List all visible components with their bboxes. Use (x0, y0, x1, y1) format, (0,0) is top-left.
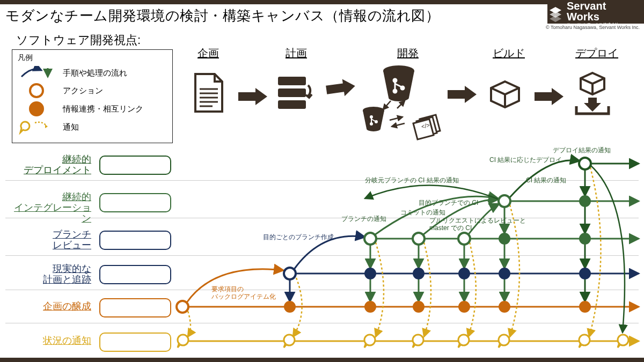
arrow-icon (445, 84, 479, 107)
ann-ci-result-notify: CI 結果の通知 (526, 176, 566, 185)
legend-row-link: 情報連携・相互リンク (18, 101, 167, 116)
backlog-stack-icon (275, 72, 313, 116)
notify-bubble-icon (363, 334, 378, 349)
copyright: © Tomoharu Nagasawa, Servant Works Inc. (546, 25, 640, 30)
ann-branch-per-purpose: 目的ごとのブランチ作成 (263, 233, 334, 242)
track-action-node (283, 267, 297, 280)
notify-bubble-icon (497, 334, 512, 349)
logo-text: Servant Works (567, 1, 639, 22)
branch-link-node (499, 233, 510, 245)
track-link-node (364, 268, 376, 279)
ann-pr-review: プルリクエストによるレビューとmaster での CI (429, 217, 526, 232)
legend-row-action: アクション (18, 83, 167, 98)
legend-link-label: 情報連携・相互リンク (63, 104, 143, 114)
notify-bubble-icon (411, 334, 426, 349)
ideate-link-node (284, 301, 296, 313)
document-icon (189, 70, 226, 117)
sync-arrows-icon (356, 95, 442, 146)
lane-ideate-label: 企画の醸成 (5, 301, 91, 312)
lane-branch-label: ブランチレビュー (5, 230, 91, 251)
branch-action-node (457, 232, 471, 246)
legend-flow-label: 手順や処理の流れ (63, 68, 127, 78)
notify-bubble-icon (457, 334, 472, 349)
lane-cd-input[interactable] (99, 156, 171, 175)
track-link-node (413, 268, 425, 279)
track-link-node (499, 268, 510, 279)
lane-track-label: 現実的な計画と追跡 (5, 264, 91, 285)
link-dot-icon (18, 101, 55, 116)
arrow-icon (324, 77, 357, 101)
legend-row-flow: 手順や処理の流れ (18, 66, 167, 80)
ci-action-node (497, 194, 511, 208)
notify-bubble-icon (616, 334, 631, 349)
ideate-link-node (499, 301, 510, 313)
phase-dev: 開発 (397, 46, 419, 61)
phase-deploy: デプロイ (575, 46, 618, 61)
lane-notify-label: 状況の通知 (5, 336, 91, 346)
branch-link-node (579, 233, 591, 245)
action-circle-icon (18, 83, 55, 98)
svg-line-21 (397, 101, 405, 108)
logo-icon (547, 6, 564, 22)
ci-link-node (579, 195, 591, 207)
ann-branch-notify: ブランチの通知 (341, 215, 386, 224)
legend-title: 凡例 (18, 53, 167, 63)
svg-rect-6 (278, 77, 306, 85)
ideate-action-node (175, 300, 189, 314)
lane-cd-label: 継続的デプロイメント (5, 154, 91, 176)
arrow-icon (236, 86, 269, 109)
cd-action-node (578, 157, 592, 171)
package-icon (487, 78, 523, 113)
svg-line-23 (392, 123, 405, 127)
arrow-icon (532, 86, 566, 109)
legend-row-notify: 通知 (18, 120, 167, 135)
track-link-node (458, 268, 470, 279)
notify-bubble-icon (18, 120, 55, 135)
lane-ci-label: 継続的インテグレーション (5, 192, 91, 224)
ideate-link-node (364, 301, 376, 313)
ann-branch-ci-notify: 分岐元ブランチの CI 結果の通知 (365, 176, 459, 185)
svg-point-11 (393, 90, 397, 93)
ann-ci-based-deploy: CI 結果に応じたデプロイ (489, 156, 562, 165)
legend-box: 凡例 手順や処理の流れ アクション 情報連携・相互リンク 通知 (12, 49, 173, 143)
track-link-node (579, 268, 591, 279)
page-subtitle: ソフトウェア開発視点: (16, 32, 141, 48)
notify-bubble-icon (176, 334, 191, 349)
lane-ideate-input[interactable] (99, 298, 171, 317)
branch-action-node (412, 232, 426, 246)
phase-build: ビルド (493, 46, 525, 61)
page-title: モダンなチーム開発環境の検討・構築キャンバス（情報の流れ図） (5, 6, 440, 25)
ideate-link-node (458, 301, 470, 313)
flow-arrow-icon (18, 66, 55, 80)
lane-ci-input[interactable] (99, 193, 171, 212)
legend-notify-label: 通知 (63, 122, 79, 132)
notify-bubble-icon (577, 334, 592, 349)
lane-branch-input[interactable] (99, 231, 171, 250)
lane-track-input[interactable] (99, 265, 171, 284)
svg-rect-7 (278, 88, 306, 97)
svg-rect-8 (278, 100, 306, 109)
svg-line-20 (383, 101, 391, 109)
phase-plan: 企画 (197, 46, 219, 61)
svg-line-22 (390, 117, 402, 120)
branch-action-node (363, 232, 377, 246)
ann-commit-notify: コミットの通知 (400, 208, 445, 217)
ideate-link-node (579, 301, 591, 313)
deploy-tray-icon (572, 71, 613, 121)
ann-deploy-result: デプロイ結果の通知 (553, 146, 611, 155)
ann-backlog: 要求項目のバックログアイテム化 (211, 285, 276, 301)
ideate-link-node (413, 301, 425, 313)
lane-notify-input[interactable] (99, 333, 171, 352)
svg-point-9 (393, 79, 397, 82)
notify-bubble-icon (282, 334, 297, 349)
phase-schedule: 計画 (286, 46, 307, 61)
ann-target-branch-ci: 目的ブランチでの CI (419, 198, 478, 208)
legend-action-label: アクション (63, 86, 103, 96)
